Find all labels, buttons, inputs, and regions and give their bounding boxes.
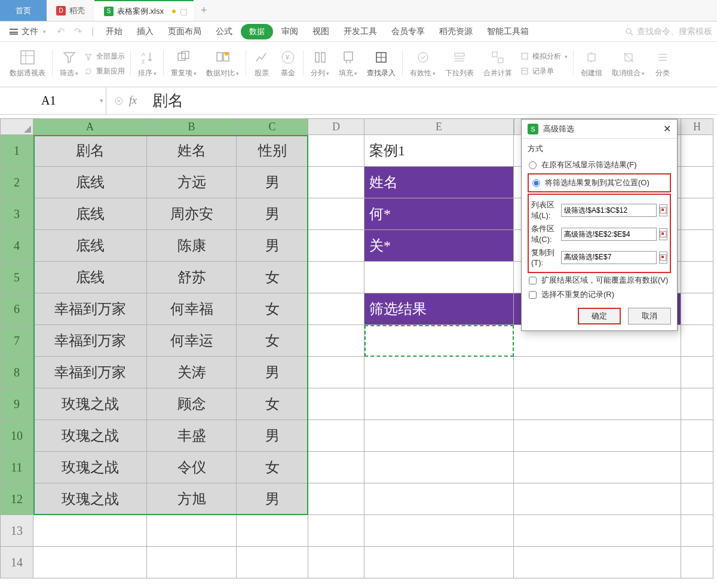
cell[interactable]: 幸福到万家	[33, 325, 147, 357]
cell[interactable]: 玫瑰之战	[33, 483, 147, 515]
fund-button[interactable]: ¥ 基金	[276, 48, 300, 79]
cell[interactable]	[308, 452, 364, 483]
cell[interactable]: 筛选结果	[364, 293, 514, 325]
row-header[interactable]: 5	[0, 262, 33, 293]
cell[interactable]: 舒苏	[147, 262, 237, 293]
cell[interactable]	[308, 357, 364, 388]
cell[interactable]	[237, 547, 308, 578]
cell[interactable]	[364, 325, 514, 357]
row-header[interactable]: 14	[0, 547, 33, 578]
cell[interactable]	[308, 230, 364, 262]
menu-insert[interactable]: 插入	[131, 24, 160, 39]
cell[interactable]	[681, 388, 713, 420]
cell[interactable]	[514, 515, 681, 547]
cell[interactable]: 关*	[364, 230, 514, 262]
cell[interactable]: 顾念	[147, 388, 237, 420]
criteria-range-input[interactable]	[561, 228, 657, 241]
col-header-e[interactable]: E	[364, 118, 514, 135]
cell[interactable]: 女	[237, 388, 308, 420]
cell[interactable]	[147, 515, 237, 547]
command-search[interactable]: 查找命令、搜索模板	[625, 26, 712, 37]
list-range-input[interactable]	[561, 204, 657, 217]
radio-input[interactable]	[529, 161, 537, 169]
cell[interactable]	[514, 452, 681, 483]
checkbox-input[interactable]	[529, 277, 537, 284]
find-entry-button[interactable]: 查找录入	[363, 48, 399, 79]
cell[interactable]	[308, 167, 364, 198]
sort-button[interactable]: AZ 排序▾	[134, 48, 160, 79]
col-header-h[interactable]: H	[681, 118, 713, 135]
checkbox-input[interactable]	[529, 291, 537, 299]
duplicates-button[interactable]: 重复项▾	[167, 48, 200, 79]
stock-button[interactable]: 股票	[250, 48, 274, 79]
redo-button[interactable]: ↷	[71, 26, 85, 37]
row-header[interactable]: 6	[0, 293, 33, 325]
cell[interactable]: 案例1	[364, 135, 514, 167]
cell[interactable]	[514, 357, 681, 388]
cell[interactable]: 底线	[33, 167, 147, 198]
group-button[interactable]: 创建组	[577, 48, 606, 79]
menu-layout[interactable]: 页面布局	[162, 24, 207, 39]
close-icon[interactable]: ✕	[663, 123, 671, 134]
cell[interactable]	[364, 483, 514, 515]
menu-view[interactable]: 视图	[307, 24, 335, 39]
cell[interactable]: 男	[237, 167, 308, 198]
cell[interactable]	[364, 357, 514, 388]
range-picker-button[interactable]	[659, 204, 667, 216]
cell[interactable]	[514, 547, 681, 578]
row-header[interactable]: 12	[0, 483, 33, 515]
cell[interactable]	[681, 230, 713, 262]
row-header[interactable]: 3	[0, 198, 33, 230]
cell[interactable]	[308, 325, 364, 357]
cell[interactable]	[308, 483, 364, 515]
cell[interactable]: 方旭	[147, 483, 237, 515]
cell[interactable]: 丰盛	[147, 420, 237, 452]
range-picker-button[interactable]	[659, 252, 667, 264]
col-header-b[interactable]: B	[147, 118, 237, 135]
cell[interactable]: 男	[237, 357, 308, 388]
col-header-c[interactable]: C	[237, 118, 308, 135]
tab-docker[interactable]: D 稻壳	[47, 0, 94, 21]
cell[interactable]	[681, 262, 713, 293]
cell[interactable]	[308, 515, 364, 547]
cell[interactable]	[308, 262, 364, 293]
cell[interactable]	[308, 135, 364, 167]
cell[interactable]	[364, 262, 514, 293]
cell[interactable]	[681, 325, 713, 357]
cancel-formula-button[interactable]	[115, 97, 123, 105]
col-header-a[interactable]: A	[33, 118, 147, 135]
cell[interactable]: 何*	[364, 198, 514, 230]
menu-vip[interactable]: 会员专享	[385, 24, 431, 39]
extend-result-checkbox[interactable]: 扩展结果区域，可能覆盖原有数据(V)	[528, 273, 671, 287]
undo-button[interactable]: ↶	[53, 26, 68, 37]
menu-data[interactable]: 数据	[241, 24, 273, 39]
split-button[interactable]: 分列▾	[307, 48, 333, 79]
chevron-down-icon[interactable]: ▾	[97, 97, 106, 105]
row-header[interactable]: 4	[0, 230, 33, 262]
cell[interactable]	[681, 293, 713, 325]
cell[interactable]	[308, 388, 364, 420]
cell[interactable]: 女	[237, 325, 308, 357]
unique-records-checkbox[interactable]: 选择不重复的记录(R)	[528, 287, 671, 302]
cell[interactable]	[237, 515, 308, 547]
tab-home[interactable]: 首页	[0, 0, 47, 21]
cancel-button[interactable]: 取消	[628, 308, 671, 324]
fx-button[interactable]: fx	[129, 94, 137, 107]
row-header[interactable]: 13	[0, 515, 33, 547]
cell[interactable]	[308, 420, 364, 452]
menu-formula[interactable]: 公式	[210, 24, 238, 39]
menu-review[interactable]: 审阅	[275, 24, 304, 39]
cell[interactable]: 底线	[33, 262, 147, 293]
tab-file-active[interactable]: S 表格案例.xlsx ▢	[94, 0, 194, 21]
cell[interactable]	[514, 420, 681, 452]
data-compare-button[interactable]: 数据对比▾	[203, 48, 243, 79]
validity-button[interactable]: 有效性▾	[406, 48, 439, 79]
cell[interactable]: 底线	[33, 198, 147, 230]
row-header[interactable]: 11	[0, 452, 33, 483]
dropdown-list-button[interactable]: 下拉列表	[442, 48, 477, 79]
fill-button[interactable]: 填充▾	[335, 48, 361, 79]
cell[interactable]: 幸福到万家	[33, 357, 147, 388]
cell[interactable]: 男	[237, 198, 308, 230]
cell[interactable]	[681, 135, 713, 167]
copy-to-input[interactable]	[561, 251, 657, 264]
